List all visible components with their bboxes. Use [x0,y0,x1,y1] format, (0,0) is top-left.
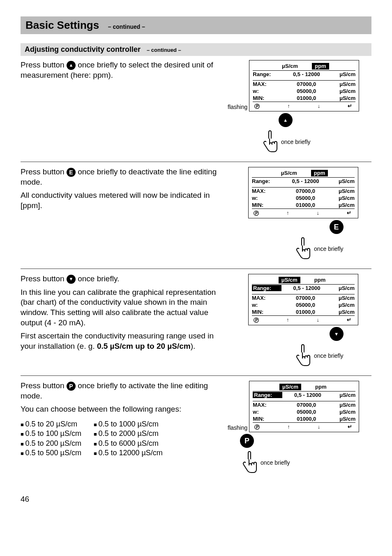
button-E-icon: E [330,220,344,234]
step-visual: S/cm ppm Range: 0,5 - 12000 S/cm MAX: 07… [228,274,371,368]
lcd-row-label: w: [252,195,279,201]
range-option: 0.5 to 20 µS/cm [21,419,81,429]
lcd-footer: Ⓟ ↑ ↓ ↵ [252,208,355,217]
range-option: 0.5 to 100 µS/cm [21,429,81,438]
lcd-row-value: 05000,0 [280,409,333,415]
range-option: 0.5 to 200 µS/cm [21,439,81,448]
lcd-row-unit: S/cm [332,188,355,194]
button-E-icon: E [67,168,76,177]
step-instruction: Press button P once briefly to activate … [21,381,224,401]
hand-icon [240,450,258,475]
hand-icon [293,343,311,368]
lcd-footer: Ⓟ ↑ ↓ ↵ [253,102,355,110]
lcd-row-value: 07000,0 [280,402,333,408]
lcd-row-label: MIN: [252,202,279,208]
lcd-range-value: 0,5 - 12000 [279,178,332,184]
lcd-tab-right: ppm [311,170,328,176]
down-arrow-icon: ↓ [317,210,320,217]
p-icon: Ⓟ [254,424,260,431]
page-number: 46 [21,495,371,504]
lcd-range-label: Range: [252,285,281,291]
lcd-row-unit: S/cm [333,81,355,87]
range-option: 0.5 to 1000 µS/cm [94,419,163,429]
p-icon: Ⓟ [254,210,259,217]
press-illustration: E once briefly [293,220,344,261]
lcd-range-unit: S/cm [333,71,355,77]
lcd-range-unit: S/cm [332,285,355,291]
step-visual: S/cm ppm Range: 0,5 - 12000 S/cm MAX: 07… [228,167,371,261]
lcd-row-value: 01000,0 [279,309,332,315]
up-arrow-icon: ↑ [286,317,289,324]
lcd-row-label: w: [252,302,279,308]
range-option: 0.5 to 12000 µS/cm [94,448,163,458]
lcd-row-value: 07000,0 [279,295,332,301]
lcd-row-unit: S/cm [332,309,355,315]
step-row: Press button once briefly.In this line y… [21,274,371,376]
once-briefly-label: once briefly [314,352,344,359]
lcd-row-unit: S/cm [332,295,355,301]
down-arrow-icon: ↓ [317,317,320,324]
lcd-row-unit: S/cm [332,195,355,201]
lcd-row-unit: S/cm [332,302,355,308]
lcd-range-label: Range: [252,178,279,184]
button-P-icon: P [240,434,254,448]
lcd-row-label: w: [253,88,280,94]
step-text: Press button once briefly to select the … [21,60,228,83]
lcd-row-unit: S/cm [333,402,355,408]
lcd-row-unit: S/cm [333,95,355,101]
lcd-row-unit: S/cm [333,88,355,94]
lcd-row-label: MAX: [253,402,280,408]
flashing-label: flashing [228,104,247,110]
lcd-range-value: 0,5 - 12000 [281,285,332,291]
enter-icon: ↵ [347,210,351,217]
up-arrow-icon: ↑ [286,210,289,217]
section-title: Basic Settings [25,19,99,31]
lcd-row-label: MAX: [252,295,279,301]
step-row: Press button once briefly to select the … [21,60,371,162]
lcd-tab-right: ppm [312,63,329,70]
button-P-icon: P [67,382,76,391]
lcd-screen: S/cm ppm Range: 0,5 - 12000 S/cm MAX: 07… [249,381,359,432]
lcd-range-label: Range: [253,392,282,398]
lcd-row-label: MAX: [252,188,279,194]
sub-continued: – continued – [147,47,181,53]
p-icon: Ⓟ [254,103,260,110]
hand-icon [261,130,279,154]
range-option: 0.5 to 6000 µS/cm [94,439,163,448]
step-text: Press button P once briefly to activate … [21,381,228,458]
once-briefly-label: once briefly [261,459,290,466]
enter-icon: ↵ [348,103,352,110]
lcd-footer: Ⓟ ↑ ↓ ↵ [253,422,355,431]
step-instruction: Press button once briefly. [21,274,224,284]
button-up-icon [279,113,293,127]
lcd-range-unit: S/cm [332,178,355,184]
lcd-row-value: 05000,0 [280,88,333,94]
lcd-screen: S/cm ppm Range: 0,5 - 12000 S/cm MAX: 07… [248,167,358,218]
lcd-row-unit: S/cm [332,202,355,208]
step-paragraph: First ascertain the conductivity measuri… [21,331,224,351]
lcd-row-value: 07000,0 [280,81,333,87]
press-illustration: once briefly [261,113,311,154]
button-down-icon [67,275,76,284]
down-arrow-icon: ↓ [318,424,321,431]
lcd-row-label: MIN: [253,416,280,422]
up-arrow-icon: ↑ [287,424,290,431]
step-paragraph: In this line you can calibrate the graph… [21,287,224,328]
press-illustration: P once briefly [240,434,290,475]
step-instruction: Press button E once briefly to deactivat… [21,167,224,187]
lcd-row-value: 01000,0 [280,416,333,422]
step-visual: flashing S/cm ppm Range: 0,5 - 12000 S/c… [228,381,371,475]
section-continued: – continued – [108,23,145,30]
lcd-range-unit: S/cm [333,392,355,398]
enter-icon: ↵ [348,424,352,431]
step-paragraph: All conductivity values metered will now… [21,190,224,211]
step-row: Press button E once briefly to deactivat… [21,167,371,269]
lcd-screen: S/cm ppm Range: 0,5 - 12000 S/cm MAX: 07… [248,274,358,325]
section-header: Basic Settings – continued – [21,16,371,34]
ranges-list: 0.5 to 20 µS/cm0.5 to 100 µS/cm0.5 to 20… [21,418,224,458]
press-illustration: once briefly [293,327,344,368]
sub-title: Adjusting conductivity controller [25,45,141,53]
lcd-row-label: MIN: [253,95,280,101]
range-option: 0.5 to 500 µS/cm [21,448,81,458]
lcd-row-value: 01000,0 [280,95,333,101]
